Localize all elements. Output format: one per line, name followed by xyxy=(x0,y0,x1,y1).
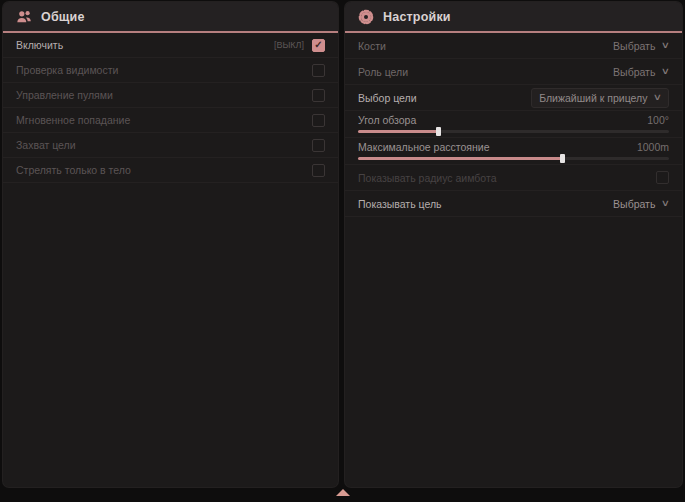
fov-slider-fill xyxy=(358,130,439,133)
chevron-down-icon: ∨ xyxy=(661,41,670,50)
target-selection-select[interactable]: Ближайший к прицелу ∨ xyxy=(531,88,669,108)
row-show-aimbot-radius[interactable]: Показывать радиус аимбота xyxy=(345,165,682,191)
setting-label: Роль цели xyxy=(358,66,408,78)
show-target-select[interactable]: Выбрать ∨ xyxy=(613,198,669,210)
chevron-down-icon: ∨ xyxy=(661,199,670,208)
setting-label: Проверка видимости xyxy=(16,64,118,76)
check-icon: ✓ xyxy=(314,40,322,50)
setting-label: Включить xyxy=(16,39,63,51)
general-panel-header: Общие xyxy=(3,2,338,31)
select-value: Ближайший к прицелу xyxy=(539,92,647,104)
settings-panel: Настройки Кости Выбрать ∨ Роль цели Выбр… xyxy=(345,2,682,487)
setting-label: Показывать цель xyxy=(358,198,442,210)
row-enable[interactable]: Включить [ВЫКЛ] ✓ xyxy=(3,33,338,58)
max-distance-slider[interactable] xyxy=(358,157,669,160)
settings-panel-header: Настройки xyxy=(345,2,682,31)
slider-value: 1000m xyxy=(637,141,669,153)
row-instant-hit[interactable]: Мгновенное попадание xyxy=(3,108,338,133)
slider-thumb[interactable] xyxy=(560,154,565,163)
setting-label: Максимальное расстояние xyxy=(358,141,489,153)
panel-title: Общие xyxy=(41,10,85,24)
select-value: Выбрать xyxy=(613,40,655,52)
users-icon xyxy=(16,9,32,25)
bullet-control-checkbox[interactable] xyxy=(312,89,325,102)
panel-title: Настройки xyxy=(383,10,451,24)
body-only-checkbox[interactable] xyxy=(312,164,325,177)
row-target-lock[interactable]: Захват цели xyxy=(3,133,338,158)
max-distance-slider-fill xyxy=(358,157,563,160)
row-target-role: Роль цели Выбрать ∨ xyxy=(345,59,682,85)
target-role-select[interactable]: Выбрать ∨ xyxy=(613,66,669,78)
setting-label: Мгновенное попадание xyxy=(16,114,130,126)
setting-label: Выбор цели xyxy=(358,92,417,104)
fov-slider[interactable] xyxy=(358,130,669,133)
setting-label: Стрелять только в тело xyxy=(16,164,131,176)
hotkey-badge: [ВЫКЛ] xyxy=(274,40,304,50)
overlay-window: Общие Включить [ВЫКЛ] ✓ Проверка видимос… xyxy=(0,0,685,502)
setting-label: Захват цели xyxy=(16,139,76,151)
row-visibility-check[interactable]: Проверка видимости xyxy=(3,58,338,83)
row-show-target: Показывать цель Выбрать ∨ xyxy=(345,191,682,217)
row-body-only[interactable]: Стрелять только в тело xyxy=(3,158,338,183)
general-panel: Общие Включить [ВЫКЛ] ✓ Проверка видимос… xyxy=(3,2,338,487)
row-bones: Кости Выбрать ∨ xyxy=(345,33,682,59)
enable-checkbox[interactable]: ✓ xyxy=(312,39,325,52)
bones-select[interactable]: Выбрать ∨ xyxy=(613,40,669,52)
slider-value: 100° xyxy=(647,114,669,126)
gear-icon xyxy=(358,9,374,25)
show-aimbot-radius-checkbox[interactable] xyxy=(656,171,669,184)
setting-label: Управление пулями xyxy=(16,89,113,101)
setting-label: Кости xyxy=(358,40,386,52)
scroll-up-indicator[interactable] xyxy=(336,489,350,496)
row-max-distance: Максимальное расстояние 1000m xyxy=(345,138,682,165)
select-value: Выбрать xyxy=(613,198,655,210)
instant-hit-checkbox[interactable] xyxy=(312,114,325,127)
slider-thumb[interactable] xyxy=(436,127,441,136)
target-lock-checkbox[interactable] xyxy=(312,139,325,152)
select-value: Выбрать xyxy=(613,66,655,78)
chevron-down-icon: ∨ xyxy=(661,67,670,76)
visibility-check-checkbox[interactable] xyxy=(312,64,325,77)
chevron-down-icon: ∨ xyxy=(653,93,662,102)
row-fov: Угол обзора 100° xyxy=(345,111,682,138)
row-bullet-control[interactable]: Управление пулями xyxy=(3,83,338,108)
setting-label: Показывать радиус аимбота xyxy=(358,172,497,184)
row-target-selection: Выбор цели Ближайший к прицелу ∨ xyxy=(345,85,682,111)
setting-label: Угол обзора xyxy=(358,114,416,126)
